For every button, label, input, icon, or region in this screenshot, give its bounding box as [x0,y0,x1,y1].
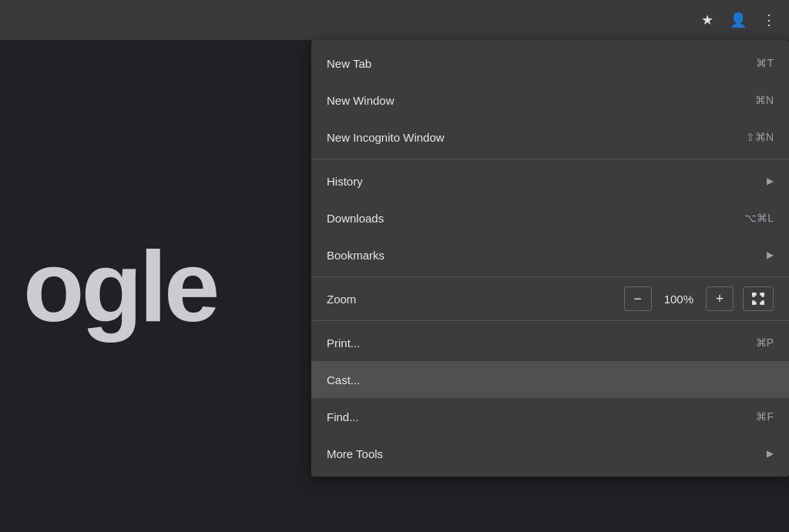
menu-item-print-shortcut: ⌘P [756,336,774,349]
history-submenu-arrow: ▶ [767,176,774,186]
zoom-controls: − 100% + [624,286,774,311]
divider-2 [311,276,789,277]
zoom-label: Zoom [327,293,624,306]
context-menu: New Tab ⌘T New Window ⌘N New Incognito W… [311,40,789,477]
menu-item-cast[interactable]: Cast... [311,361,789,398]
menu-button[interactable]: ⋮ [755,6,783,34]
bookmark-button[interactable]: ★ [693,6,721,34]
avatar-icon: 👤 [730,12,747,28]
profile-button[interactable]: 👤 [724,6,752,34]
menu-item-print-label: Print... [327,336,756,350]
menu-item-history-label: History [327,175,760,188]
menu-item-downloads-shortcut: ⌥⌘L [744,212,774,224]
menu-item-new-incognito-shortcut: ⇧⌘N [746,131,774,143]
menu-item-new-tab[interactable]: New Tab ⌘T [311,45,789,82]
menu-item-new-window-label: New Window [327,94,755,107]
browser-toolbar: ★ 👤 ⋮ [0,0,789,40]
menu-item-find-shortcut: ⌘F [756,410,774,423]
menu-item-find-label: Find... [327,410,756,423]
more-tools-submenu-arrow: ▶ [767,448,774,459]
bookmarks-submenu-arrow: ▶ [767,249,774,260]
menu-item-downloads-label: Downloads [327,212,744,225]
menu-item-new-tab-shortcut: ⌘T [756,57,774,69]
zoom-decrease-button[interactable]: − [624,286,652,311]
menu-item-new-window-shortcut: ⌘N [755,94,774,106]
menu-item-history[interactable]: History ▶ [311,162,789,199]
menu-item-new-tab-label: New Tab [327,57,756,70]
three-dots-icon: ⋮ [762,12,776,28]
menu-item-new-window[interactable]: New Window ⌘N [311,82,789,119]
menu-item-print[interactable]: Print... ⌘P [311,324,789,361]
menu-item-new-incognito-window[interactable]: New Incognito Window ⇧⌘N [311,119,789,156]
menu-item-bookmarks-label: Bookmarks [327,249,760,262]
bookmark-icon: ★ [701,12,713,28]
menu-item-more-tools[interactable]: More Tools ▶ [311,435,789,472]
google-logo-partial: ogle [23,229,217,344]
menu-item-more-tools-label: More Tools [327,447,760,460]
zoom-value-display: 100% [652,293,706,306]
menu-item-new-incognito-window-label: New Incognito Window [327,131,746,144]
menu-item-bookmarks[interactable]: Bookmarks ▶ [311,236,789,273]
zoom-fullscreen-button[interactable] [743,286,774,311]
menu-item-cast-label: Cast... [327,373,774,386]
zoom-increase-button[interactable]: + [706,286,734,311]
menu-item-downloads[interactable]: Downloads ⌥⌘L [311,199,789,236]
divider-3 [311,320,789,321]
divider-1 [311,159,789,159]
menu-item-find[interactable]: Find... ⌘F [311,398,789,435]
menu-item-zoom: Zoom − 100% + [311,280,789,317]
